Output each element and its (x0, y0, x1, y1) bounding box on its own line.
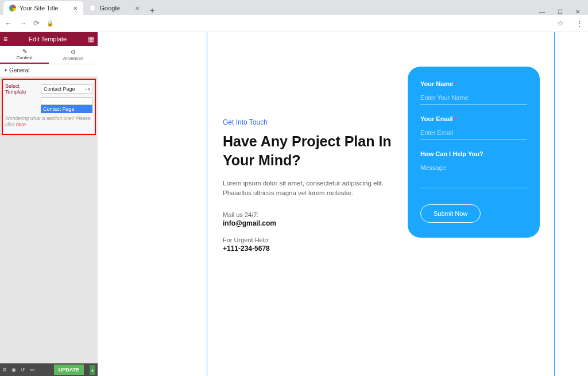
required-icon: * (454, 80, 457, 87)
tab-title: Your Site Title (20, 5, 58, 11)
subheading: Get Into Touch (223, 118, 407, 126)
highlight-box: Select Template Contact Page × ▾ Contact… (2, 79, 96, 135)
paragraph: Lorem ipsum dolor sit amet, consectetur … (223, 179, 407, 199)
name-input[interactable] (420, 92, 527, 105)
tab-title: Google (99, 5, 119, 11)
tab-advanced[interactable]: ⚙ Advanced (49, 46, 98, 64)
bookmark-icon[interactable]: ☆ (557, 19, 564, 28)
favicon-icon (89, 5, 96, 11)
address-bar: ← → ⟳ 🔒 ☆ ⋮ (0, 15, 588, 32)
select-search-input[interactable] (41, 97, 92, 105)
help-text: Wondering what is section one? Please cl… (5, 115, 92, 128)
lock-icon: 🔒 (47, 20, 53, 26)
select-arrows-icon: × ▾ (85, 87, 90, 92)
email-label: Your Email* (420, 115, 527, 122)
section-general[interactable]: ▾ General (0, 64, 98, 77)
help-link[interactable]: here (16, 122, 26, 127)
tabs-row: Your Site Title ✕ Google ✕ + (0, 0, 159, 15)
sidebar-title: Edit Template (29, 36, 67, 42)
update-label: UPDATE (59, 367, 79, 373)
phone-label: For Urgent Help: (223, 237, 407, 243)
editor-sidebar: ≡ Edit Template ▦ ✎ Content ⚙ Advanced ▾… (0, 32, 98, 376)
mail-value: info@gmail.com (223, 219, 407, 227)
close-window-icon[interactable]: ✕ (575, 9, 580, 15)
hamburger-icon[interactable]: ≡ (3, 35, 7, 43)
close-icon[interactable]: ✕ (73, 5, 78, 11)
dropdown-option[interactable]: Contact Page (41, 105, 92, 113)
favicon-icon (9, 5, 16, 11)
reload-icon[interactable]: ⟳ (33, 19, 40, 28)
email-input[interactable] (420, 127, 527, 140)
contact-form: Your Name* Your Email* How Can I Help Yo… (408, 67, 540, 238)
tab-label: Content (16, 55, 32, 60)
settings-icon[interactable]: ⚙ (2, 367, 7, 373)
content-column: Get Into Touch Have Any Project Plan In … (223, 118, 407, 262)
browser-tab-active[interactable]: Your Site Title ✕ (3, 1, 83, 15)
browser-chrome: Your Site Title ✕ Google ✕ + — ☐ ✕ ← → ⟳… (0, 0, 588, 32)
email-label-text: Your Email (420, 115, 453, 122)
section-label: General (9, 67, 30, 73)
tab-content[interactable]: ✎ Content (0, 46, 49, 64)
sidebar-body (0, 137, 98, 363)
update-caret-icon[interactable]: ▴ (90, 365, 95, 375)
pencil-icon: ✎ (22, 48, 27, 55)
help-label: How Can I Help You? (420, 150, 527, 157)
title-bar: Your Site Title ✕ Google ✕ + — ☐ ✕ (0, 0, 588, 15)
sidebar-header: ≡ Edit Template ▦ (0, 32, 98, 46)
sidebar-tabs: ✎ Content ⚙ Advanced (0, 46, 98, 64)
select-value: Contact Page (44, 86, 75, 92)
browser-tab[interactable]: Google ✕ (83, 1, 145, 15)
history-icon[interactable]: ↺ (21, 367, 25, 373)
menu-icon[interactable]: ⋮ (575, 19, 583, 28)
required-icon: * (454, 115, 457, 122)
window-controls: — ☐ ✕ (539, 6, 588, 15)
maximize-icon[interactable]: ☐ (558, 9, 563, 15)
submit-button[interactable]: Submit Now (420, 204, 481, 223)
responsive-icon[interactable]: ▭ (30, 367, 35, 373)
preview-icon[interactable]: ◉ (11, 367, 16, 373)
close-icon[interactable]: ✕ (135, 5, 140, 11)
mail-label: Mail us 24/7: (223, 211, 407, 218)
workspace: ≡ Edit Template ▦ ✎ Content ⚙ Advanced ▾… (0, 32, 588, 376)
grid-icon[interactable]: ▦ (88, 35, 94, 43)
update-button[interactable]: UPDATE (54, 365, 84, 375)
canvas: Get Into Touch Have Any Project Plan In … (98, 32, 588, 376)
new-tab-button[interactable]: + (145, 6, 159, 15)
gear-icon: ⚙ (71, 49, 76, 55)
select-template-label: Select Template (5, 83, 38, 95)
tab-label: Advanced (63, 56, 84, 61)
page-heading: Have Any Project Plan In Your Mind? (223, 132, 407, 169)
minimize-icon[interactable]: — (539, 9, 545, 15)
phone-value: +111-234-5678 (223, 245, 407, 253)
sidebar-footer: ⚙ ◉ ↺ ▭ UPDATE ▴ (0, 363, 98, 376)
template-select[interactable]: Contact Page × ▾ (41, 84, 92, 94)
message-input[interactable] (420, 162, 527, 188)
name-label: Your Name* (420, 80, 527, 87)
back-icon[interactable]: ← (5, 19, 12, 28)
caret-down-icon: ▾ (5, 68, 7, 73)
name-label-text: Your Name (420, 80, 453, 87)
forward-icon[interactable]: → (19, 19, 26, 28)
